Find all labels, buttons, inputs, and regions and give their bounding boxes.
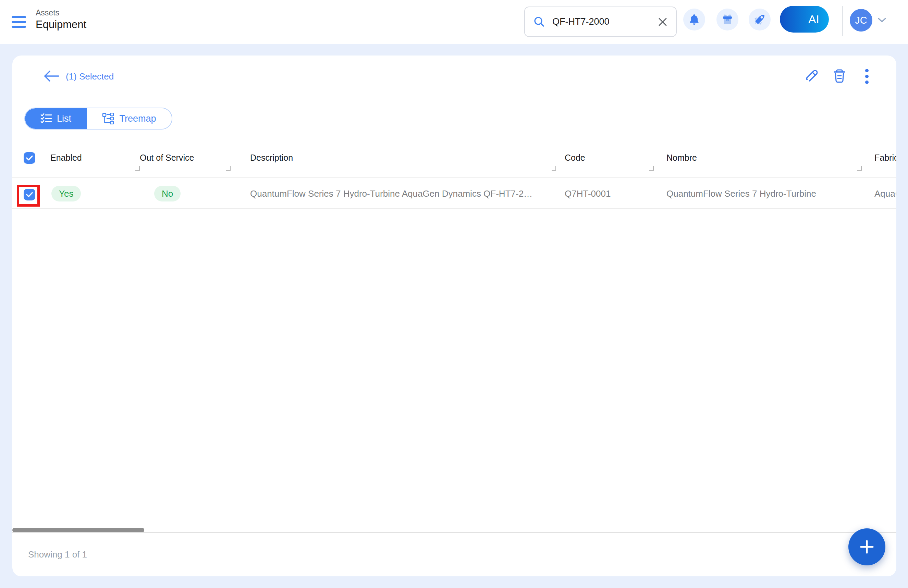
tab-treemap-view[interactable]: Treemap <box>87 108 172 129</box>
column-resize-handle[interactable] <box>857 166 862 171</box>
row-checkbox[interactable] <box>24 189 35 200</box>
tab-list-view[interactable]: List <box>25 108 87 129</box>
column-resize-handle[interactable] <box>135 166 140 171</box>
column-resize-handle[interactable] <box>226 166 230 171</box>
column-header-description[interactable]: Description <box>250 153 293 163</box>
back-arrow-icon[interactable] <box>42 69 60 84</box>
card-footer: Showing 1 of 1 <box>12 532 896 576</box>
equipment-card: (1) Selected <box>12 55 896 576</box>
avatar-initials: JC <box>855 15 867 26</box>
column-header-enabled[interactable]: Enabled <box>50 153 82 163</box>
whats-new-button[interactable] <box>716 8 738 31</box>
boost-button[interactable] <box>749 8 771 31</box>
tab-treemap-label: Treemap <box>119 113 156 124</box>
tab-list-label: List <box>57 113 71 124</box>
fabricante-cell: AquaGen Dynamics <box>874 178 896 209</box>
treemap-icon <box>102 113 114 124</box>
page-heading: Assets Equipment <box>35 8 86 32</box>
user-avatar[interactable]: JC <box>850 9 873 32</box>
hamburger-menu-icon[interactable] <box>12 14 27 29</box>
trash-icon <box>832 69 847 84</box>
checkmark-icon <box>26 155 33 161</box>
search-icon <box>533 16 546 28</box>
selection-toolbar: (1) Selected <box>12 55 896 100</box>
edit-button[interactable] <box>803 68 820 85</box>
pencil-icon <box>805 69 819 84</box>
column-header-fabricante[interactable]: Fabricante <box>874 153 896 163</box>
description-cell: QuantumFlow Series 7 Hydro-Turbine AquaG… <box>250 178 557 209</box>
view-toggle: List Treemap <box>24 108 172 129</box>
table-row[interactable]: Yes No QuantumFlow Series 7 Hydro-Turbin… <box>12 178 896 209</box>
column-header-out-of-service[interactable]: Out of Service <box>140 153 194 163</box>
search-box <box>524 6 677 37</box>
column-resize-handle[interactable] <box>552 166 556 171</box>
more-options-button[interactable] <box>859 68 875 85</box>
notifications-button[interactable] <box>683 8 705 31</box>
header-divider <box>842 6 843 36</box>
horizontal-scrollbar-thumb[interactable] <box>12 528 144 533</box>
ai-assistant-button[interactable]: AI <box>780 6 829 32</box>
showing-count-label: Showing 1 of 1 <box>28 549 87 560</box>
selected-count-label[interactable]: (1) Selected <box>66 71 114 82</box>
ai-button-label: AI <box>808 13 819 26</box>
plus-icon <box>859 539 875 555</box>
rocket-icon <box>753 13 766 26</box>
delete-button[interactable] <box>831 68 848 85</box>
chevron-down-icon[interactable] <box>877 17 887 25</box>
gift-icon <box>721 13 734 26</box>
breadcrumb: Assets <box>35 8 86 18</box>
search-input[interactable] <box>552 16 657 27</box>
app-bar: Assets Equipment <box>0 0 908 44</box>
code-cell: Q7HT-0001 <box>565 178 661 209</box>
add-button[interactable] <box>848 528 885 565</box>
select-all-checkbox[interactable] <box>24 152 35 164</box>
equipment-page: { "header": { "breadcrumb": "Assets", "t… <box>0 0 908 588</box>
column-header-code[interactable]: Code <box>565 153 585 163</box>
enabled-badge: Yes <box>52 186 81 201</box>
column-header-nombre[interactable]: Nombre <box>667 153 697 163</box>
clear-search-icon[interactable] <box>657 17 668 27</box>
page-title: Equipment <box>35 18 86 32</box>
table-header-row: Enabled Out of Service Description Code … <box>12 148 896 178</box>
column-resize-handle[interactable] <box>649 166 654 171</box>
out-of-service-badge: No <box>154 186 180 201</box>
kebab-menu-icon <box>865 69 869 84</box>
checklist-icon <box>40 113 52 124</box>
nombre-cell: QuantumFlow Series 7 Hydro-Turbine <box>667 178 869 209</box>
bell-icon <box>688 13 700 26</box>
checkmark-icon <box>26 192 33 197</box>
